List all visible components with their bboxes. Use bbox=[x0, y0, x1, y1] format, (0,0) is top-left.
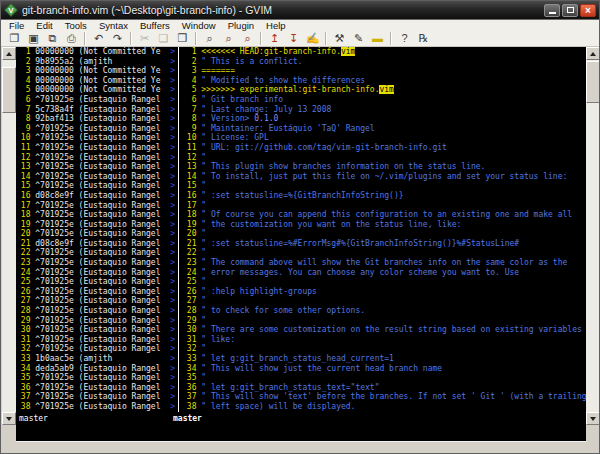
toolbar-save-session-button[interactable]: ↧ bbox=[284, 31, 303, 46]
blame-line[interactable]: 19 ^701925e (Eustaquio Rangel> bbox=[16, 220, 176, 230]
blame-line[interactable]: 11 ^701925e (Eustaquio Rangel> bbox=[16, 143, 176, 153]
menu-help[interactable]: Help bbox=[260, 20, 292, 31]
scroll-thumb[interactable] bbox=[586, 61, 600, 103]
blame-line[interactable]: 32 ^701925e (Eustaquio Rangel> bbox=[16, 344, 176, 354]
toolbar-save-file-button[interactable]: ▣ bbox=[24, 31, 43, 46]
blame-line[interactable]: 17 ^701925e (Eustaquio Rangel> bbox=[16, 201, 176, 211]
scroll-up-button[interactable] bbox=[586, 47, 600, 60]
code-line[interactable]: 21 " :set statusline=%#ErrorMsg#%{GitBra… bbox=[182, 239, 586, 249]
toolbar-find-next-button[interactable]: ⌕ bbox=[219, 31, 238, 46]
code-line[interactable]: 33 " let g:git_branch_status_head_curren… bbox=[182, 354, 586, 364]
code-line[interactable]: 15 " bbox=[182, 181, 586, 191]
toolbar-undo-button[interactable]: ↶ bbox=[89, 31, 108, 46]
toolbar-save-all-button[interactable]: ⧉ bbox=[43, 31, 62, 46]
code-line[interactable]: 35 " bbox=[182, 373, 586, 383]
blame-line[interactable]: 16 d08c8e9f (Eustaquio Rangel> bbox=[16, 191, 176, 201]
blame-line[interactable]: 33 1b0aac5e (amjith> bbox=[16, 354, 176, 364]
code-line[interactable]: 38 " left space) will be displayed. bbox=[182, 402, 586, 412]
blame-line[interactable]: 21 d08c8e9f (Eustaquio Rangel> bbox=[16, 239, 176, 249]
blame-line[interactable]: 20 ^701925e (Eustaquio Rangel> bbox=[16, 229, 176, 239]
code-line[interactable]: 16 " :set statusline=%{GitBranchInfoStri… bbox=[182, 191, 586, 201]
blame-line[interactable]: 27 ^701925e (Eustaquio Rangel> bbox=[16, 296, 176, 306]
blame-pane[interactable]: 1 00000000 (Not Committed Ye> 2 9b8955a2… bbox=[16, 47, 176, 412]
code-line[interactable]: 22 " bbox=[182, 248, 586, 258]
code-line[interactable]: 29 " bbox=[182, 316, 586, 326]
code-line[interactable]: 2 " This is a conflict. bbox=[182, 57, 586, 67]
command-line[interactable] bbox=[16, 425, 586, 442]
menu-file[interactable]: File bbox=[3, 20, 30, 31]
maximize-button[interactable] bbox=[562, 4, 578, 17]
code-line[interactable]: 8 " Version> 0.1.0 bbox=[182, 114, 586, 124]
menu-syntax[interactable]: Syntax bbox=[93, 20, 134, 31]
blame-line[interactable]: 28 ^701925e (Eustaquio Rangel> bbox=[16, 306, 176, 316]
code-line[interactable]: 4 " Modified to show the differences bbox=[182, 76, 586, 86]
minimize-button[interactable] bbox=[544, 4, 560, 17]
blame-line[interactable]: 9 ^701925e (Eustaquio Rangel> bbox=[16, 124, 176, 134]
blame-line[interactable]: 4 00000000 (Not Committed Ye> bbox=[16, 76, 176, 86]
code-line[interactable]: 20 " bbox=[182, 229, 586, 239]
code-line[interactable]: 25 " bbox=[182, 277, 586, 287]
blame-line[interactable]: 31 ^701925e (Eustaquio Rangel> bbox=[16, 335, 176, 345]
toolbar-find-prev-button[interactable]: ⌕ bbox=[238, 31, 257, 46]
blame-line[interactable]: 30 ^701925e (Eustaquio Rangel> bbox=[16, 325, 176, 335]
code-line[interactable]: 14 " To install, just put this file on ~… bbox=[182, 172, 586, 182]
code-line[interactable]: 1 <<<<<<< HEAD:git-branch-info.vim bbox=[182, 47, 586, 57]
toolbar-print-button[interactable]: ⎙ bbox=[62, 31, 81, 46]
blame-line[interactable]: 26 ^701925e (Eustaquio Rangel> bbox=[16, 287, 176, 297]
code-line[interactable]: 30 " There are some customization on the… bbox=[182, 325, 586, 335]
menu-plugin[interactable]: Plugin bbox=[222, 20, 260, 31]
code-line[interactable]: 36 " let g:git_branch_status_text="text" bbox=[182, 383, 586, 393]
menu-buffers[interactable]: Buffers bbox=[134, 20, 176, 31]
blame-line[interactable]: 34 deda5ab9 (Eustaquio Rangel> bbox=[16, 364, 176, 374]
blame-line[interactable]: 8 92baf413 (Eustaquio Rangel> bbox=[16, 114, 176, 124]
toolbar-paste-button[interactable]: ❒ bbox=[173, 31, 192, 46]
code-line[interactable]: 37 " This will show 'text' before the br… bbox=[182, 392, 586, 402]
blame-line[interactable]: 5 00000000 (Not Committed Ye> bbox=[16, 85, 176, 95]
code-line[interactable]: 34 " This will show just the current hea… bbox=[182, 364, 586, 374]
toolbar-help-button[interactable]: ? bbox=[395, 31, 414, 46]
blame-line[interactable]: 3 00000000 (Not Committed Ye> bbox=[16, 66, 176, 76]
toolbar-make-button[interactable]: ⚒ bbox=[330, 31, 349, 46]
blame-line[interactable]: 2 9b8955a2 (amjith> bbox=[16, 57, 176, 67]
blame-line[interactable]: 6 ^701925e (Eustaquio Rangel> bbox=[16, 95, 176, 105]
code-line[interactable]: 11 " URL: git://github.com/taq/vim-git-b… bbox=[182, 143, 586, 153]
blame-line[interactable]: 1 00000000 (Not Committed Ye> bbox=[16, 47, 176, 57]
toolbar-load-session-button[interactable]: ↥ bbox=[265, 31, 284, 46]
blame-line[interactable]: 7 5c738a4f (Eustaquio Rangel> bbox=[16, 105, 176, 115]
code-line[interactable]: 12 " bbox=[182, 153, 586, 163]
toolbar-run-script-button[interactable]: ✍ bbox=[303, 31, 322, 46]
blame-line[interactable]: 13 ^701925e (Eustaquio Rangel> bbox=[16, 162, 176, 172]
code-line[interactable]: 7 " Last change: July 13 2008 bbox=[182, 105, 586, 115]
toolbar-copy-button[interactable]: ❏ bbox=[154, 31, 173, 46]
toolbar-jump-to-tag-button[interactable]: ▬ bbox=[368, 31, 387, 46]
blame-line[interactable]: 15 ^701925e (Eustaquio Rangel> bbox=[16, 181, 176, 191]
blame-line[interactable]: 36 ^701925e (Eustaquio Rangel> bbox=[16, 383, 176, 393]
code-line[interactable]: 5 >>>>>>> experimental:git-branch-info.v… bbox=[182, 85, 586, 95]
code-line[interactable]: 28 " to check for some other options. bbox=[182, 306, 586, 316]
blame-line[interactable]: 12 ^701925e (Eustaquio Rangel> bbox=[16, 153, 176, 163]
right-scrollbar[interactable] bbox=[586, 47, 600, 425]
code-line[interactable]: 13 " This plugin show branches informati… bbox=[182, 162, 586, 172]
blame-line[interactable]: 10 ^701925e (Eustaquio Rangel> bbox=[16, 133, 176, 143]
code-line[interactable]: 18 " Of course you can append this confi… bbox=[182, 210, 586, 220]
code-line[interactable]: 3 ======= bbox=[182, 66, 586, 76]
blame-line[interactable]: 18 ^701925e (Eustaquio Rangel> bbox=[16, 210, 176, 220]
toolbar-redo-button[interactable]: ↷ bbox=[108, 31, 127, 46]
blame-line[interactable]: 22 ^701925e (Eustaquio Rangel> bbox=[16, 248, 176, 258]
blame-line[interactable]: 25 ^701925e (Eustaquio Rangel> bbox=[16, 277, 176, 287]
code-line[interactable]: 24 " error messages. You can choose any … bbox=[182, 268, 586, 278]
code-line[interactable]: 31 " like: bbox=[182, 335, 586, 345]
toolbar-open-file-button[interactable]: ❐ bbox=[5, 31, 24, 46]
scroll-thumb[interactable] bbox=[2, 67, 16, 113]
toolbar-build-tags-button[interactable]: ✎ bbox=[349, 31, 368, 46]
blame-line[interactable]: 35 ^701925e (Eustaquio Rangel> bbox=[16, 373, 176, 383]
menu-tools[interactable]: Tools bbox=[59, 20, 93, 31]
scroll-up-button[interactable] bbox=[2, 47, 16, 60]
blame-line[interactable]: 38 ^701925e (Eustaquio Rangel> bbox=[16, 402, 176, 412]
toolbar-cut-button[interactable]: ✂ bbox=[135, 31, 154, 46]
menu-edit[interactable]: Edit bbox=[30, 20, 58, 31]
code-line[interactable]: 17 " bbox=[182, 201, 586, 211]
code-line[interactable]: 19 " the customization you want on the s… bbox=[182, 220, 586, 230]
blame-line[interactable]: 37 ^701925e (Eustaquio Rangel> bbox=[16, 392, 176, 402]
code-line[interactable]: 9 " Maintainer: Eustáquio 'TaQ' Rangel bbox=[182, 124, 586, 134]
